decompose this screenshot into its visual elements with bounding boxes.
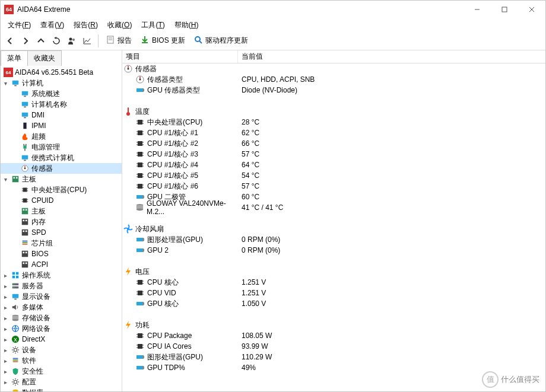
expand-icon[interactable]: ▸ <box>2 326 9 332</box>
refresh-button[interactable] <box>49 34 64 48</box>
bios-update-button[interactable]: BIOS 更新 <box>136 34 189 47</box>
list-group-header[interactable]: 温度 <box>122 106 545 117</box>
expand-icon[interactable]: ▾ <box>2 176 9 183</box>
list-group-header[interactable]: 功耗 <box>122 320 545 330</box>
list-group-header[interactable]: 电压 <box>122 266 545 277</box>
tree-mb-2[interactable]: 主板 <box>1 206 122 216</box>
list-row[interactable]: GPU TDP%49% <box>122 362 545 373</box>
menu-report[interactable]: 报告(R) <box>69 19 103 31</box>
tree-mb-7[interactable]: ACPI <box>1 259 122 270</box>
list-row[interactable]: GLOWAY VAL240NVMe-M.2...41 °C / 41 °C <box>122 202 545 213</box>
expand-icon[interactable]: ▸ <box>2 304 9 311</box>
tree-other-2[interactable]: ▸显示设备 <box>1 291 122 302</box>
row-value: 108.05 W <box>238 332 545 340</box>
tree-mb-4[interactable]: SPD <box>1 227 122 238</box>
tree-computer-1[interactable]: 计算机名称 <box>1 99 122 110</box>
tree-computer-0[interactable]: 系统概述 <box>1 88 122 99</box>
tree-other-3[interactable]: ▸多媒体 <box>1 302 122 313</box>
expand-icon[interactable]: ▸ <box>2 336 9 343</box>
tree-mb-5[interactable]: 芯片组 <box>1 238 122 248</box>
menubar: 文件(F) 查看(V) 报告(R) 收藏(O) 工具(T) 帮助(H) <box>1 18 545 31</box>
list-row[interactable]: GPU 核心1.050 V <box>122 298 545 309</box>
list-row[interactable]: CPU VID1.251 V <box>122 288 545 298</box>
list-group-header[interactable]: 冷却风扇 <box>122 224 545 234</box>
nav-tree[interactable]: 64AIDA64 v6.25.5451 Beta▾计算机系统概述计算机名称DMI… <box>1 66 122 391</box>
tree-computer-5[interactable]: 电源管理 <box>1 142 122 152</box>
tree-computer-3[interactable]: IPMI <box>1 120 122 131</box>
expand-icon[interactable]: ▾ <box>2 80 9 87</box>
list-row[interactable]: CPU Package108.05 W <box>122 330 545 341</box>
minimize-button[interactable] <box>464 1 491 18</box>
users-button[interactable] <box>65 34 79 48</box>
row-icon <box>135 363 145 372</box>
list-row[interactable]: CPU #1/核心 #657 °C <box>122 181 545 192</box>
tab-menu[interactable]: 菜单 <box>1 50 28 66</box>
list-row[interactable]: CPU #1/核心 #162 °C <box>122 128 545 138</box>
back-button[interactable] <box>3 34 17 48</box>
tree-mb-1[interactable]: CPUID <box>1 195 122 206</box>
tree-mb[interactable]: ▾主板 <box>1 174 122 184</box>
menu-help[interactable]: 帮助(H) <box>170 19 204 31</box>
list-row[interactable]: CPU 核心1.251 V <box>122 277 545 288</box>
list-group-header[interactable]: 传感器 <box>122 63 545 74</box>
tree-other-6[interactable]: ▸XDirectX <box>1 334 122 345</box>
col-item[interactable]: 项目 <box>122 50 238 63</box>
tree-other-8[interactable]: ▸软件 <box>1 355 122 366</box>
expand-icon[interactable]: ▸ <box>2 272 9 279</box>
tree-other-9[interactable]: ▸安全性 <box>1 366 122 377</box>
list-row[interactable]: CPU IA Cores93.99 W <box>122 341 545 352</box>
expand-icon[interactable]: ▸ <box>2 347 9 353</box>
tree-root[interactable]: 64AIDA64 v6.25.5451 Beta <box>1 67 122 78</box>
up-button[interactable] <box>34 34 48 48</box>
report-button[interactable]: 报告 <box>102 34 135 47</box>
expand-icon[interactable]: ▸ <box>2 368 9 375</box>
col-value[interactable]: 当前值 <box>238 50 545 63</box>
menu-fav[interactable]: 收藏(O) <box>103 19 136 31</box>
tree-computer[interactable]: ▾计算机 <box>1 78 122 88</box>
list-row[interactable]: GPU 20 RPM (0%) <box>122 245 545 256</box>
list-row[interactable]: CPU #1/核心 #266 °C <box>122 138 545 149</box>
expand-icon[interactable]: ▸ <box>2 390 9 392</box>
list-row[interactable]: 中央处理器(CPU)28 °C <box>122 117 545 128</box>
tree-other-7[interactable]: ▸设备 <box>1 345 122 355</box>
tree-icon <box>11 270 20 280</box>
tree-other-11[interactable]: ▸数据库 <box>1 387 122 391</box>
tab-favorites[interactable]: 收藏夹 <box>27 50 62 66</box>
list-row[interactable]: CPU #1/核心 #554 °C <box>122 170 545 181</box>
row-icon <box>135 85 145 95</box>
graph-button[interactable] <box>80 34 94 48</box>
svg-rect-138 <box>138 280 142 285</box>
menu-tools[interactable]: 工具(T) <box>136 19 169 31</box>
tree-computer-7[interactable]: 传感器 <box>1 163 122 174</box>
tree-mb-3[interactable]: 内存 <box>1 216 122 227</box>
tree-computer-6[interactable]: 便携式计算机 <box>1 152 122 163</box>
tree-mb-6[interactable]: BIOS <box>1 248 122 259</box>
list-row[interactable]: 传感器类型CPU, HDD, ACPI, SNB <box>122 74 545 85</box>
forward-button[interactable] <box>18 34 33 48</box>
maximize-button[interactable] <box>491 1 518 18</box>
list-row[interactable]: 图形处理器(GPU)0 RPM (0%) <box>122 234 545 245</box>
expand-icon[interactable]: ▸ <box>2 358 9 364</box>
menu-view[interactable]: 查看(V) <box>36 19 69 31</box>
expand-icon[interactable]: ▸ <box>2 294 9 300</box>
menu-file[interactable]: 文件(F) <box>3 19 36 31</box>
tree-computer-4[interactable]: 超频 <box>1 131 122 142</box>
tree-other-1[interactable]: ▸服务器 <box>1 281 122 291</box>
row-value: 62 °C <box>238 129 545 137</box>
expand-icon[interactable]: ▸ <box>2 379 9 385</box>
sensor-list[interactable]: 传感器传感器类型CPU, HDD, ACPI, SNBGPU 传感器类型Diod… <box>122 63 545 391</box>
list-row[interactable]: GPU 传感器类型Diode (NV-Diode) <box>122 85 545 95</box>
list-row[interactable]: 图形处理器(GPU)110.29 W <box>122 352 545 362</box>
tree-other-0[interactable]: ▸操作系统 <box>1 270 122 281</box>
tree-other-5[interactable]: ▸网络设备 <box>1 323 122 334</box>
tree-other-10[interactable]: ▸配置 <box>1 377 122 387</box>
expand-icon[interactable]: ▸ <box>2 283 9 289</box>
tree-computer-2[interactable]: DMI <box>1 110 122 120</box>
tree-mb-0[interactable]: 中央处理器(CPU) <box>1 184 122 195</box>
close-button[interactable] <box>518 1 545 18</box>
tree-other-4[interactable]: ▸存储设备 <box>1 313 122 323</box>
expand-icon[interactable]: ▸ <box>2 315 9 321</box>
list-row[interactable]: CPU #1/核心 #464 °C <box>122 160 545 170</box>
list-row[interactable]: CPU #1/核心 #357 °C <box>122 149 545 160</box>
driver-update-button[interactable]: 驱动程序更新 <box>190 34 252 47</box>
